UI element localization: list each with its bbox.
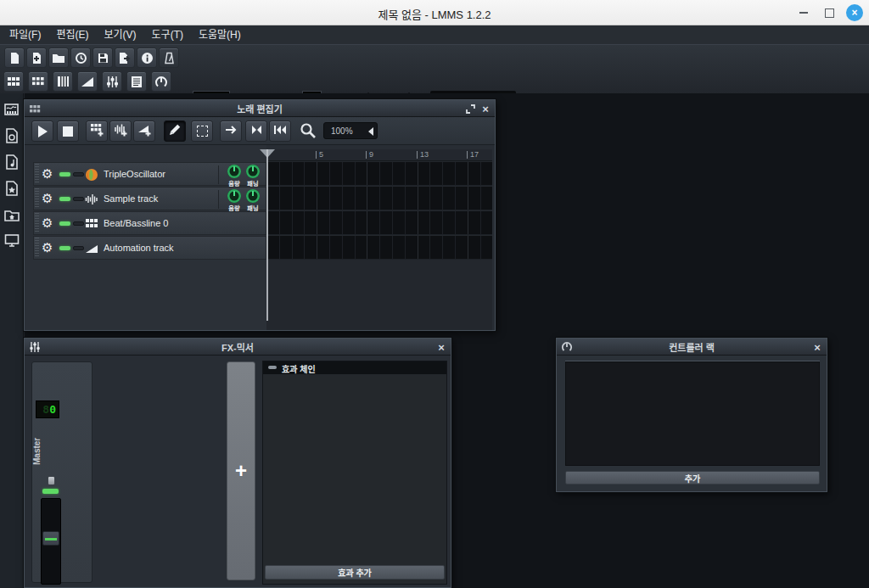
open-folder-icon xyxy=(52,52,65,64)
minimize-button[interactable] xyxy=(791,0,816,25)
controller-rack-titlebar[interactable]: 컨트롤러 랙 × xyxy=(557,339,827,356)
track-name[interactable]: TripleOscillator xyxy=(104,169,165,179)
song-editor-restore-button[interactable] xyxy=(464,103,476,115)
volume-knob[interactable] xyxy=(227,165,241,178)
sidebar-item-my-home[interactable] xyxy=(4,207,20,222)
sidebar-item-my-projects[interactable] xyxy=(4,128,20,143)
master-channel-name[interactable]: Master xyxy=(32,423,73,479)
stop-behaviour-back-button[interactable] xyxy=(245,120,267,142)
track-grid-sample[interactable] xyxy=(266,187,492,210)
controller-rack-close-button[interactable]: × xyxy=(811,341,823,353)
fx-mixer-button[interactable] xyxy=(102,71,122,92)
sidebar-item-instruments[interactable] xyxy=(4,102,20,117)
sidebar-item-my-samples[interactable] xyxy=(4,154,20,170)
solo-led[interactable] xyxy=(73,221,84,226)
metronome-button[interactable] xyxy=(159,48,179,68)
new-project-button[interactable] xyxy=(4,48,25,68)
effect-chain-enable-led[interactable] xyxy=(268,366,277,369)
track-row-beat-bassline[interactable]: ⚙ Beat/Bassline 0 xyxy=(33,211,266,235)
gear-icon[interactable]: ⚙ xyxy=(42,191,53,206)
track-name[interactable]: Automation track xyxy=(104,243,174,253)
master-fader-handle[interactable] xyxy=(42,531,59,546)
track-grip[interactable] xyxy=(35,164,39,184)
track-name[interactable]: Beat/Bassline 0 xyxy=(104,218,168,228)
mute-led[interactable] xyxy=(59,172,70,176)
fx-mixer-titlebar[interactable]: FX-믹서 × xyxy=(25,339,451,356)
new-from-template-button[interactable] xyxy=(26,48,47,68)
track-row-sample[interactable]: ⚙ Sample track 음량 패닝 xyxy=(33,187,266,210)
mute-led[interactable] xyxy=(59,246,70,250)
fx-mixer-window: FX-믹서 × 80 Master + 효과 체인 효과 추가 xyxy=(24,338,451,588)
track-row-tripleoscillator[interactable]: ⚙ TripleOscillator 음량 패닝 xyxy=(33,162,266,186)
add-bb-track-icon xyxy=(90,123,104,139)
recently-opened-button[interactable] xyxy=(70,48,91,68)
zoom-level-spinbox[interactable]: 100% xyxy=(323,122,378,139)
maximize-button[interactable] xyxy=(816,0,842,25)
separator xyxy=(218,165,219,184)
song-editor-window: 노래 편집기 × 100% 5 9 13 17 ⚙ TripleOsc xyxy=(24,99,496,331)
menu-tools[interactable]: 도구(T) xyxy=(144,25,191,44)
gear-icon[interactable]: ⚙ xyxy=(42,166,53,182)
play-button[interactable] xyxy=(31,120,53,142)
track-grid-beat-bassline[interactable] xyxy=(266,211,492,235)
menu-file[interactable]: 파일(F) xyxy=(2,25,48,44)
volume-knob[interactable] xyxy=(227,189,241,203)
new-channel-button[interactable]: + xyxy=(227,361,255,580)
track-grip[interactable] xyxy=(35,213,39,233)
solo-led[interactable] xyxy=(73,172,84,176)
mute-led[interactable] xyxy=(59,221,70,226)
mute-led[interactable] xyxy=(59,197,70,201)
close-button[interactable]: × xyxy=(842,0,867,25)
track-name[interactable]: Sample track xyxy=(104,193,158,204)
controller-rack-button[interactable] xyxy=(151,71,171,92)
open-project-button[interactable] xyxy=(48,48,69,68)
song-editor-button[interactable] xyxy=(3,71,24,92)
track-grip[interactable] xyxy=(35,238,39,258)
draw-mode-button[interactable] xyxy=(164,120,186,142)
gear-icon[interactable]: ⚙ xyxy=(42,240,53,255)
sidebar-item-my-presets[interactable] xyxy=(4,181,20,196)
effect-chain-title: 효과 체인 xyxy=(282,362,316,375)
beat-bassline-editor-button[interactable] xyxy=(28,71,48,92)
pan-knob[interactable] xyxy=(246,165,260,178)
export-project-button[interactable] xyxy=(115,48,135,68)
solo-led[interactable] xyxy=(73,246,84,250)
add-sample-track-button[interactable] xyxy=(109,120,132,142)
add-effect-button[interactable]: 효과 추가 xyxy=(265,565,445,580)
solo-led[interactable] xyxy=(73,197,84,201)
stop-behaviour-continue-button[interactable] xyxy=(220,120,242,142)
fx-mixer-close-button[interactable]: × xyxy=(435,341,447,353)
piano-roll-button[interactable] xyxy=(53,71,73,92)
add-bb-track-button[interactable] xyxy=(86,120,108,142)
add-automation-track-button[interactable] xyxy=(133,120,155,142)
pan-knob[interactable] xyxy=(246,189,260,203)
song-editor-titlebar[interactable]: 노래 편집기 × xyxy=(25,100,495,117)
song-editor-close-button[interactable]: × xyxy=(479,103,491,115)
master-fader[interactable] xyxy=(41,498,61,585)
master-channel-strip[interactable]: 80 Master xyxy=(31,361,93,583)
menu-help[interactable]: 도움말(H) xyxy=(191,25,249,44)
gear-icon[interactable]: ⚙ xyxy=(42,216,53,231)
main-toolbar: 8140 템포/BPM 8880 분 80 초 880 밀리초 84 84 박자… xyxy=(0,44,869,93)
menu-edit[interactable]: 편집(E) xyxy=(48,25,96,44)
track-grip[interactable] xyxy=(35,188,39,209)
project-notes-button[interactable] xyxy=(126,71,147,92)
timeline-ruler[interactable]: 5 9 13 17 xyxy=(266,149,492,161)
menu-view[interactable]: 보기(V) xyxy=(96,25,143,44)
sidebar-item-my-computer[interactable] xyxy=(4,232,20,248)
whats-this-button[interactable] xyxy=(137,48,157,68)
channel-mute-led[interactable] xyxy=(42,489,59,494)
edit-mode-button[interactable] xyxy=(191,120,213,142)
play-icon xyxy=(38,126,48,137)
save-project-button[interactable] xyxy=(93,48,113,68)
stop-button[interactable] xyxy=(57,120,79,142)
zoom-spin-down-icon[interactable] xyxy=(368,127,373,136)
add-controller-button[interactable]: 추가 xyxy=(565,471,820,484)
volume-knob-label: 음량 xyxy=(226,204,243,212)
automation-editor-button[interactable] xyxy=(77,71,98,92)
track-grid-tripleoscillator[interactable] xyxy=(266,162,492,186)
arrow-right-icon xyxy=(225,124,238,139)
track-row-automation[interactable]: ⚙ Automation track xyxy=(33,236,266,260)
track-grid-automation[interactable] xyxy=(266,236,492,260)
rewind-to-begin-button[interactable] xyxy=(269,120,291,142)
